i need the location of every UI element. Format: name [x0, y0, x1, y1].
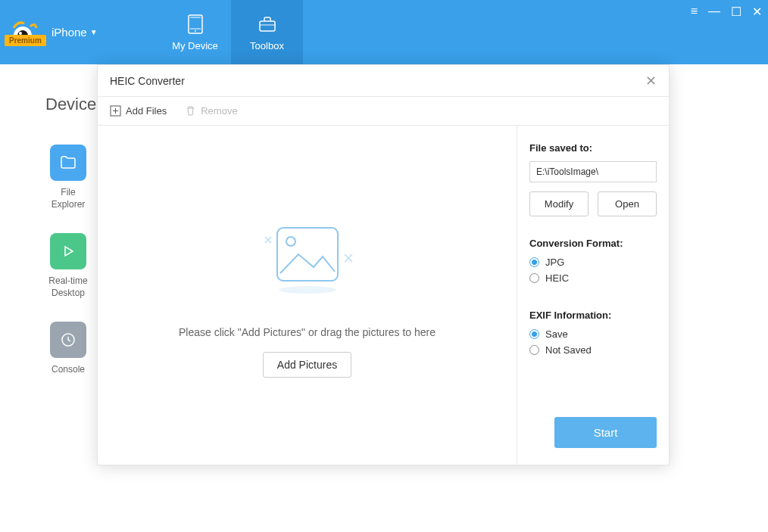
toolbox-icon — [256, 13, 279, 36]
maximize-icon[interactable]: ☐ — [731, 5, 741, 19]
image-placeholder-icon — [247, 213, 368, 303]
heic-converter-modal: HEIC Converter ✕ Add Files Remove Please… — [97, 64, 670, 465]
logo-area: Premium iPhone ▼ — [0, 0, 159, 64]
bg-item-console[interactable]: Console — [45, 322, 91, 376]
modal-close-icon[interactable]: ✕ — [645, 73, 657, 89]
tablet-icon — [184, 13, 207, 36]
conversion-format-label: Conversion Format: — [529, 238, 657, 249]
radio-label: HEIC — [545, 272, 569, 284]
caret-down-icon: ▼ — [90, 28, 98, 36]
modify-button[interactable]: Modify — [529, 191, 588, 216]
remove-label: Remove — [201, 105, 237, 117]
tab-label: Toolbox — [250, 40, 284, 51]
radio-icon — [529, 257, 539, 267]
trash-icon — [185, 105, 196, 117]
device-name: iPhone — [52, 26, 87, 39]
exif-info-label: EXIF Information: — [529, 310, 657, 321]
format-radio-group: JPG HEIC — [529, 257, 657, 288]
modal-toolbar: Add Files Remove — [98, 97, 669, 126]
play-icon — [50, 233, 86, 269]
close-icon[interactable]: ✕ — [752, 5, 762, 19]
bg-item-realtime-desktop[interactable]: Real-timeDesktop — [45, 233, 91, 299]
svg-rect-7 — [260, 21, 275, 31]
drop-area[interactable]: Please click "Add Pictures" or drag the … — [98, 126, 517, 465]
tab-label: My Device — [172, 40, 218, 51]
save-path-input[interactable] — [529, 161, 657, 182]
open-button[interactable]: Open — [598, 191, 657, 216]
radio-heic[interactable]: HEIC — [529, 272, 657, 284]
plus-icon — [110, 105, 121, 117]
radio-jpg[interactable]: JPG — [529, 257, 657, 268]
tab-toolbox[interactable]: Toolbox — [231, 0, 303, 64]
exif-radio-group: Save Not Saved — [529, 328, 657, 360]
bg-item-label: Real-timeDesktop — [48, 275, 87, 299]
add-files-label: Add Files — [126, 105, 167, 117]
add-files-button[interactable]: Add Files — [110, 105, 167, 117]
radio-not-saved[interactable]: Not Saved — [529, 344, 657, 356]
device-selector[interactable]: iPhone ▼ — [52, 26, 98, 39]
premium-badge: Premium — [5, 35, 46, 46]
start-button[interactable]: Start — [554, 417, 657, 448]
nav-tabs: My Device Toolbox — [159, 0, 303, 64]
svg-point-15 — [286, 237, 295, 246]
bg-item-label: FileExplorer — [52, 187, 86, 210]
file-saved-to-label: File saved to: — [529, 142, 657, 154]
modal-title: HEIC Converter — [110, 75, 185, 87]
bg-item-file-explorer[interactable]: FileExplorer — [45, 145, 91, 210]
tab-my-device[interactable]: My Device — [159, 0, 231, 64]
minimize-icon[interactable]: — — [708, 5, 720, 19]
svg-point-2 — [19, 32, 22, 35]
svg-marker-9 — [65, 247, 73, 256]
radio-icon — [529, 273, 539, 283]
clock-icon — [50, 322, 86, 358]
modal-header: HEIC Converter ✕ — [98, 65, 669, 97]
folder-icon — [50, 145, 86, 181]
remove-button: Remove — [185, 105, 237, 117]
drop-instruction: Please click "Add Pictures" or drag the … — [179, 326, 436, 338]
radio-icon — [529, 345, 539, 355]
radio-save[interactable]: Save — [529, 328, 657, 340]
bg-item-label: Console — [52, 364, 85, 376]
svg-point-4 — [195, 30, 196, 32]
radio-icon — [529, 329, 539, 339]
app-header: Premium iPhone ▼ My Device Toolbox ≡ — [0, 0, 768, 64]
svg-rect-14 — [277, 228, 338, 281]
svg-point-16 — [279, 286, 336, 294]
radio-label: Not Saved — [545, 344, 592, 356]
add-pictures-button[interactable]: Add Pictures — [263, 352, 351, 378]
side-panel: File saved to: Modify Open Conversion Fo… — [517, 126, 669, 465]
radio-label: Save — [545, 328, 568, 340]
radio-label: JPG — [545, 257, 564, 268]
menu-icon[interactable]: ≡ — [691, 5, 698, 19]
window-controls: ≡ — ☐ ✕ — [691, 5, 762, 19]
